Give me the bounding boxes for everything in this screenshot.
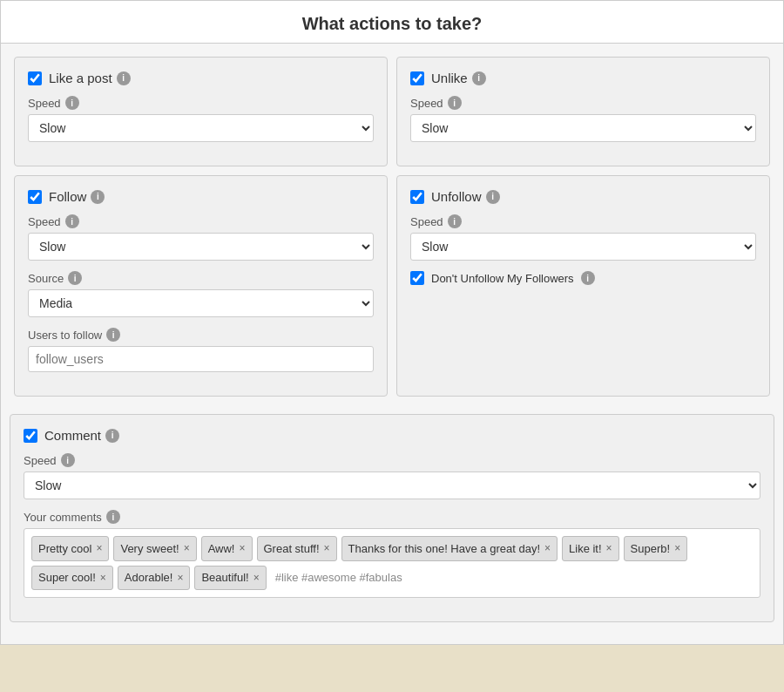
unlike-speed-label: Speed i [410, 96, 756, 110]
unfollow-speed-select[interactable]: Slow Medium Fast [410, 233, 756, 261]
list-item: Adorable!× [118, 566, 191, 591]
follow-title: Follow [49, 189, 86, 204]
unfollow-speed-label: Speed i [410, 214, 756, 228]
unfollow-speed-group: Speed i Slow Medium Fast [410, 214, 756, 261]
dont-unfollow-checkbox[interactable] [410, 271, 424, 285]
dont-unfollow-group: Don't Unfollow My Followers i [410, 271, 756, 285]
unfollow-speed-info-icon[interactable]: i [448, 214, 462, 228]
page-title: What actions to take? [1, 1, 783, 44]
follow-source-label: Source i [28, 271, 374, 285]
follow-speed-group: Speed i Slow Medium Fast [28, 214, 374, 261]
list-item: Like it!× [562, 536, 619, 561]
hashtag-text: #like #awesome #fabulas [271, 568, 407, 587]
unlike-card: Unlike i Speed i Slow Medium Fast [396, 57, 770, 166]
tag-remove-button[interactable]: × [184, 543, 190, 553]
follow-users-group: Users to follow i [28, 328, 374, 372]
comment-your-comments-label: Your comments i [24, 510, 760, 524]
comment-your-comments-group: Your comments i #like #awesome #fabulas … [24, 510, 760, 598]
unfollow-title: Unfollow [431, 189, 482, 204]
follow-source-select[interactable]: Media Hashtag Location Users [28, 289, 374, 317]
list-item: Aww!× [201, 536, 253, 561]
unlike-speed-select[interactable]: Slow Medium Fast [410, 114, 756, 142]
like-post-speed-select[interactable]: Slow Medium Fast [28, 114, 374, 142]
unfollow-header: Unfollow i [410, 189, 756, 204]
follow-card: Follow i Speed i Slow Medium Fast Source… [14, 175, 388, 397]
tag-remove-button[interactable]: × [100, 573, 106, 583]
unfollow-checkbox[interactable] [410, 190, 424, 204]
like-post-speed-label: Speed i [28, 96, 374, 110]
follow-users-label: Users to follow i [28, 328, 374, 342]
list-item: Pretty cool× [31, 536, 109, 561]
comment-speed-select[interactable]: Slow Medium Fast [24, 472, 760, 499]
unlike-title: Unlike [431, 71, 468, 85]
like-post-speed-info-icon[interactable]: i [65, 96, 79, 110]
comment-tags-container: #like #awesome #fabulas Pretty cool×Very… [24, 528, 760, 598]
follow-users-input[interactable] [28, 346, 374, 372]
comment-speed-label: Speed i [24, 453, 760, 467]
comment-info-icon[interactable]: i [105, 429, 119, 443]
tag-remove-button[interactable]: × [544, 543, 551, 553]
unlike-speed-group: Speed i Slow Medium Fast [410, 96, 756, 142]
like-post-title: Like a post [49, 71, 112, 85]
list-item: Super cool!× [31, 566, 113, 591]
comment-your-comments-info-icon[interactable]: i [106, 510, 120, 524]
like-post-checkbox[interactable] [28, 71, 42, 85]
like-post-info-icon[interactable]: i [117, 71, 131, 85]
unlike-checkbox[interactable] [410, 71, 424, 85]
unfollow-card: Unfollow i Speed i Slow Medium Fast Don'… [396, 175, 770, 397]
list-item: Superb!× [624, 536, 688, 561]
list-item: Very sweet!× [113, 536, 196, 561]
dont-unfollow-label: Don't Unfollow My Followers [431, 272, 574, 285]
list-item: Thanks for this one! Have a great day!× [341, 536, 558, 561]
tag-remove-button[interactable]: × [674, 543, 680, 553]
comment-checkbox[interactable] [24, 429, 37, 443]
comment-speed-info-icon[interactable]: i [61, 453, 75, 467]
follow-header: Follow i [28, 189, 374, 204]
comment-title: Comment [44, 428, 101, 443]
follow-users-info-icon[interactable]: i [106, 328, 120, 342]
follow-checkbox[interactable] [28, 190, 42, 204]
dont-unfollow-info-icon[interactable]: i [581, 271, 595, 285]
unlike-speed-info-icon[interactable]: i [448, 96, 462, 110]
follow-speed-select[interactable]: Slow Medium Fast [28, 233, 374, 261]
tag-remove-button[interactable]: × [606, 543, 612, 553]
unlike-header: Unlike i [410, 71, 756, 85]
unlike-info-icon[interactable]: i [472, 71, 486, 85]
like-post-header: Like a post i [28, 71, 374, 85]
list-item: Great stuff!× [257, 536, 337, 561]
unfollow-info-icon[interactable]: i [486, 190, 500, 204]
follow-source-info-icon[interactable]: i [68, 271, 82, 285]
follow-speed-label: Speed i [28, 214, 374, 228]
follow-speed-info-icon[interactable]: i [65, 214, 79, 228]
follow-source-group: Source i Media Hashtag Location Users [28, 271, 374, 317]
tag-remove-button[interactable]: × [253, 573, 260, 583]
tag-remove-button[interactable]: × [177, 573, 183, 583]
tag-remove-button[interactable]: × [324, 543, 330, 553]
list-item: Beautiful!× [194, 566, 266, 591]
actions-grid: Like a post i Speed i Slow Medium Fast U… [1, 44, 783, 410]
like-post-card: Like a post i Speed i Slow Medium Fast [14, 57, 388, 166]
comment-card: Comment i Speed i Slow Medium Fast Your … [10, 414, 774, 622]
tag-remove-button[interactable]: × [96, 543, 102, 553]
like-post-speed-group: Speed i Slow Medium Fast [28, 96, 374, 142]
comment-header: Comment i [24, 428, 760, 443]
follow-info-icon[interactable]: i [91, 190, 105, 204]
comment-speed-group: Speed i Slow Medium Fast [24, 453, 760, 499]
tag-remove-button[interactable]: × [239, 543, 245, 553]
